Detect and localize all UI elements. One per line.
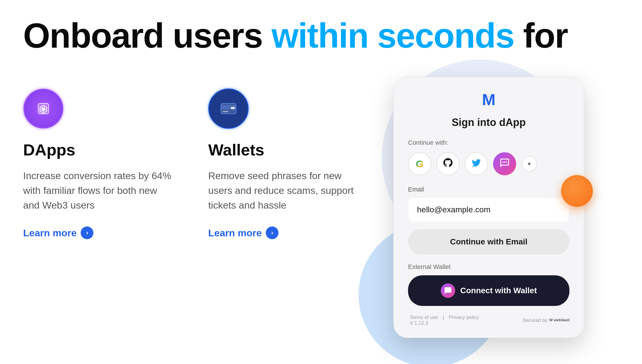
github-button[interactable]	[436, 152, 460, 175]
svg-rect-4	[231, 107, 235, 109]
right-area: M Sign into dApp Continue with: G	[359, 77, 619, 338]
left-cards: DApps Increase conversion rates by 64% w…	[23, 77, 359, 239]
terms-link[interactable]: Terms of use	[410, 315, 438, 320]
app-logo: M	[408, 92, 569, 108]
wallets-svg-icon	[217, 97, 240, 120]
wallets-learn-more-arrow: ›	[266, 226, 278, 239]
svg-point-1	[42, 107, 45, 111]
more-social-button[interactable]	[493, 152, 516, 175]
svg-point-7	[504, 161, 506, 163]
connect-wallet-label: Connect with Wallet	[460, 286, 537, 295]
svg-point-8	[506, 161, 507, 163]
continue-email-button[interactable]: Continue with Email	[408, 229, 569, 255]
svg-point-6	[502, 161, 504, 163]
wallets-title: Wallets	[208, 140, 359, 159]
wallets-learn-more[interactable]: Learn more ›	[208, 226, 359, 239]
continue-with-label: Continue with:	[408, 139, 569, 146]
dapps-desc: Increase conversion rates by 64% with fa…	[23, 168, 174, 213]
dapps-svg-icon	[32, 97, 55, 120]
dapps-card: DApps Increase conversion rates by 64% w…	[23, 88, 174, 239]
brand-name: W web3auth	[549, 317, 569, 324]
headline-part2: for	[514, 16, 568, 55]
wallets-icon-circle	[208, 88, 249, 129]
svg-point-11	[449, 290, 450, 291]
wallets-learn-more-text: Learn more	[208, 227, 262, 239]
orange-decorative-circle	[561, 175, 593, 207]
connect-wallet-button[interactable]: Connect with Wallet	[408, 275, 569, 306]
email-label: Email	[408, 186, 569, 193]
wallets-card: Wallets Remove seed phrases for new user…	[208, 88, 359, 239]
main-container: Onboard users within seconds for DApps I…	[0, 0, 642, 364]
logo-area: M	[408, 92, 569, 108]
chevron-down-icon: ▾	[528, 160, 531, 167]
twitter-button[interactable]	[465, 152, 488, 175]
headline: Onboard users within seconds for	[23, 17, 619, 54]
svg-text:W web3auth: W web3auth	[549, 318, 569, 322]
wallets-desc: Remove seed phrases for new users and re…	[208, 168, 359, 213]
dapps-learn-more-arrow: ›	[81, 226, 93, 239]
phone-footer: Terms of use | Privacy policy V 1.12.3 S…	[408, 315, 569, 326]
footer-links: Terms of use | Privacy policy V 1.12.3	[408, 315, 481, 326]
footer-separator: |	[443, 315, 444, 320]
chat-icon	[499, 158, 510, 170]
privacy-link[interactable]: Privacy policy	[449, 315, 479, 320]
headline-part1: Onboard users	[23, 16, 272, 55]
headline-highlight: within seconds	[272, 16, 514, 55]
social-dropdown-button[interactable]: ▾	[521, 156, 537, 172]
svg-point-10	[447, 290, 449, 291]
dapps-learn-more-text: Learn more	[23, 227, 77, 239]
svg-point-9	[446, 290, 447, 291]
google-button[interactable]: G	[408, 152, 431, 175]
sign-in-title: Sign into dApp	[408, 116, 569, 129]
phone-card: M Sign into dApp Continue with: G	[393, 77, 584, 338]
footer-brand: Secured by W web3auth	[523, 317, 569, 324]
content-area: DApps Increase conversion rates by 64% w…	[23, 77, 619, 338]
dapps-learn-more[interactable]: Learn more ›	[23, 226, 174, 239]
version-label: V 1.12.3	[410, 320, 428, 326]
github-icon	[442, 157, 453, 171]
dapps-title: DApps	[23, 140, 174, 159]
dapps-icon-circle	[23, 88, 64, 129]
google-icon: G	[416, 158, 423, 170]
svg-rect-5	[223, 111, 228, 112]
wallet-icon	[441, 283, 455, 298]
twitter-icon	[471, 157, 482, 170]
social-buttons: G	[408, 152, 569, 175]
external-wallet-label: External Wallet	[408, 263, 569, 271]
email-input[interactable]: hello@example.com	[408, 197, 569, 222]
secured-by-label: Secured by	[523, 317, 547, 323]
